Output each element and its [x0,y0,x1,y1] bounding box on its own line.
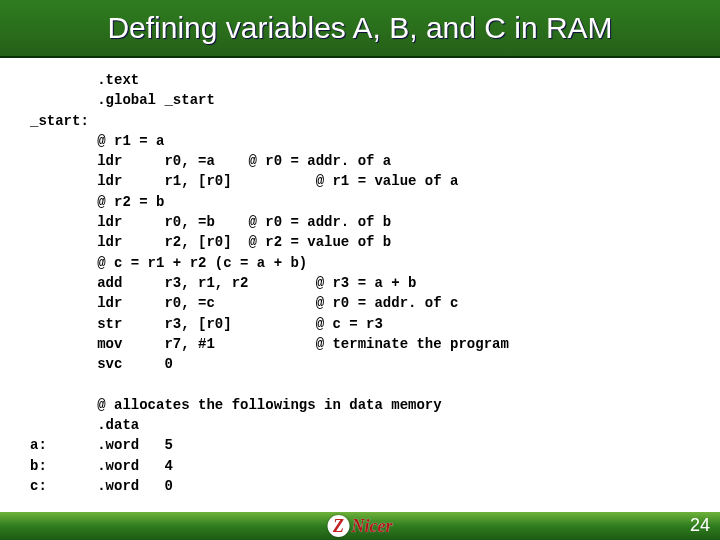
logo-text: Nicer [352,516,393,537]
logo-mark-icon: Z [328,515,350,537]
code-block: .text .global _start _start: @ r1 = a ld… [30,70,690,496]
slide: Defining variables A, B, and C in RAM .t… [0,0,720,540]
footer-bar: Z Nicer 24 [0,512,720,540]
slide-title: Defining variables A, B, and C in RAM [0,0,720,56]
footer-logo: Z Nicer [328,514,393,538]
page-number: 24 [690,515,710,536]
